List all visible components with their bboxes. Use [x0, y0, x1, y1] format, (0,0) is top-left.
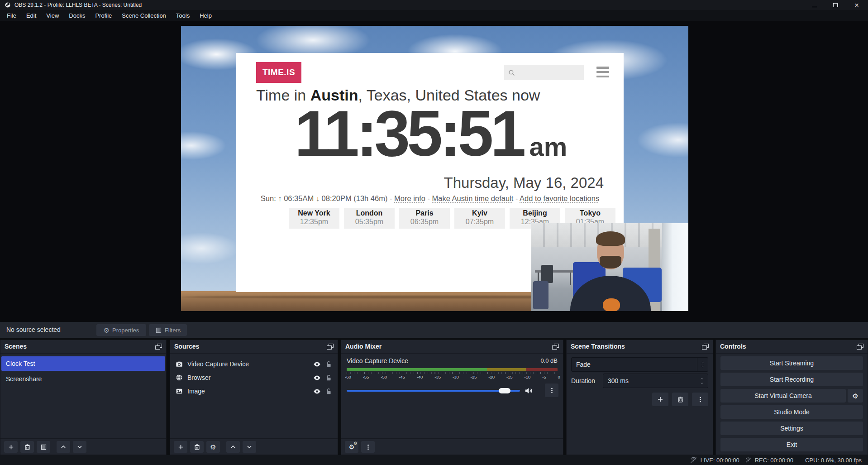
popout-dock-icon[interactable] [327, 344, 334, 350]
timeis-logo[interactable]: TIME.IS [256, 62, 301, 83]
scene-up-button[interactable] [57, 441, 70, 453]
studio-mode-button[interactable]: Studio Mode [720, 405, 863, 419]
current-time-display: 11:35:51 am [247, 96, 615, 170]
plus-icon [8, 444, 14, 451]
menu-tools[interactable]: Tools [171, 10, 195, 21]
remove-scene-button[interactable] [20, 441, 34, 453]
transitions-panel-title: Scene Transitions [571, 343, 625, 350]
filters-button[interactable]: Filters [149, 324, 187, 336]
scene-item-clock-test[interactable]: Clock Test [1, 356, 165, 371]
time-digits: 11:35:51 [295, 96, 523, 170]
duration-spinner[interactable]: 300 ms [603, 374, 708, 388]
menu-view[interactable]: View [41, 10, 64, 21]
make-default-link[interactable]: Make Austin time default [432, 194, 514, 202]
virtual-camera-settings-button[interactable]: ⚙ [848, 389, 863, 403]
add-scene-button[interactable] [4, 441, 18, 453]
source-item-video-capture[interactable]: Video Capture Device [170, 357, 338, 371]
mixer-channel-name: Video Capture Device [347, 357, 408, 364]
spinner-chevrons[interactable] [698, 377, 708, 385]
scenes-panel: Scenes Clock Test Screenshare [0, 340, 167, 455]
dock-area: Scenes Clock Test Screenshare Sources [0, 340, 868, 455]
world-clock-kyiv[interactable]: Kyiv07:35pm [454, 208, 505, 229]
restore-icon [833, 3, 838, 7]
source-up-button[interactable] [226, 441, 240, 453]
program-preview[interactable]: TIME.IS Time in Austin, Texas, United St… [181, 26, 688, 311]
trash-icon [194, 444, 200, 451]
more-info-link[interactable]: More info [394, 194, 425, 202]
speaker-icon[interactable] [524, 386, 533, 395]
gear-icon: ⚙ [104, 327, 110, 334]
advanced-audio-button[interactable]: ⚙ [345, 441, 358, 453]
start-streaming-button[interactable]: Start Streaming [720, 356, 863, 370]
popout-dock-icon[interactable] [552, 344, 559, 350]
remove-source-button[interactable] [190, 441, 204, 453]
scene-item-screenshare[interactable]: Screenshare [1, 372, 165, 386]
record-icon [745, 457, 752, 464]
kebab-menu-icon [697, 396, 704, 403]
popout-dock-icon[interactable] [857, 344, 863, 350]
source-down-button[interactable] [243, 441, 256, 453]
person-shirt-graphic [603, 298, 620, 311]
menu-docks[interactable]: Docks [64, 10, 90, 21]
hamburger-menu-icon[interactable] [596, 67, 609, 77]
live-status: LIVE: 00:00:00 [690, 456, 739, 464]
mixer-options-button[interactable] [545, 384, 558, 397]
transition-select[interactable]: Fade [571, 357, 708, 372]
menu-help[interactable]: Help [195, 10, 217, 21]
properties-button[interactable]: ⚙ Properties [96, 324, 146, 336]
image-icon [176, 388, 183, 395]
lock-icon[interactable] [325, 388, 332, 395]
volume-slider[interactable] [347, 386, 520, 395]
search-icon [508, 69, 515, 77]
visibility-eye-icon[interactable] [313, 388, 321, 395]
scenes-panel-title: Scenes [5, 343, 27, 350]
add-transition-button[interactable] [652, 393, 668, 406]
popout-dock-icon[interactable] [155, 344, 162, 350]
webcam-overlay [531, 223, 688, 311]
controls-panel-title: Controls [720, 343, 746, 350]
menu-profile[interactable]: Profile [90, 10, 117, 21]
transition-properties-button[interactable] [692, 393, 708, 406]
volume-meter [347, 368, 558, 371]
menu-scene-collection[interactable]: Scene Collection [117, 10, 171, 21]
exit-button[interactable]: Exit [720, 438, 863, 451]
time-meridiem: am [529, 131, 567, 162]
scene-down-button[interactable] [73, 441, 86, 453]
menu-edit[interactable]: Edit [21, 10, 41, 21]
source-item-browser[interactable]: Browser [170, 371, 338, 384]
restore-button[interactable] [833, 2, 838, 8]
popout-dock-icon[interactable] [702, 344, 709, 350]
chevron-up-icon [230, 444, 236, 450]
obs-window: OBS 29.1.2 - Profile: LLHLS BETA - Scene… [0, 0, 868, 465]
person-hair [596, 231, 625, 246]
world-clock-paris[interactable]: Paris06:35pm [399, 208, 450, 229]
minimize-button[interactable] [812, 2, 817, 8]
lock-icon[interactable] [325, 361, 332, 368]
start-virtual-camera-button[interactable]: Start Virtual Camera [720, 389, 846, 403]
chevron-down-icon [246, 444, 253, 450]
source-item-image[interactable]: Image [170, 384, 338, 398]
preview-canvas[interactable]: TIME.IS Time in Austin, Texas, United St… [0, 21, 868, 321]
sun-info-line: Sun: ↑ 06:35AM ↓ 08:20PM (13h 46m) - Mor… [236, 194, 624, 203]
visibility-eye-icon[interactable] [313, 360, 321, 368]
world-clock-london[interactable]: London05:35pm [344, 208, 395, 229]
settings-button[interactable]: Settings [720, 422, 863, 435]
favorite-link[interactable]: Add to favorite locations [520, 194, 599, 202]
search-input[interactable] [504, 65, 584, 80]
gear-icon: ⚙ [210, 444, 216, 451]
visibility-eye-icon[interactable] [313, 374, 321, 382]
scene-filters-button[interactable] [37, 441, 50, 453]
remove-transition-button[interactable] [672, 393, 688, 406]
add-source-button[interactable] [174, 441, 187, 453]
close-button[interactable]: × [854, 1, 859, 9]
source-toolbar: No source selected ⚙ Properties Filters [0, 321, 868, 338]
meter-tick-marks [347, 372, 558, 374]
source-properties-button[interactable]: ⚙ [206, 441, 220, 453]
plus-icon [657, 396, 664, 403]
mixer-menu-button[interactable] [361, 441, 375, 453]
menu-file[interactable]: File [2, 10, 21, 21]
volume-slider-handle[interactable] [499, 388, 510, 393]
lock-icon[interactable] [325, 374, 332, 381]
start-recording-button[interactable]: Start Recording [720, 373, 863, 386]
world-clock-newyork[interactable]: New York12:35pm [289, 208, 339, 229]
